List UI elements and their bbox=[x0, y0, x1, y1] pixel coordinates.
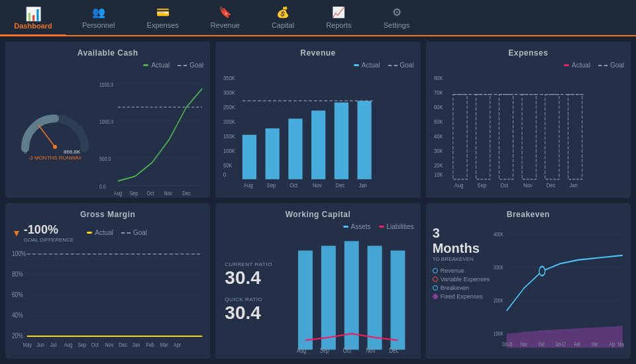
svg-text:80K: 80K bbox=[434, 74, 443, 81]
svg-text:Feb: Feb bbox=[574, 341, 580, 346]
svg-point-102 bbox=[539, 266, 545, 275]
svg-text:400K: 400K bbox=[494, 230, 504, 238]
gross-margin-title: Gross Margin bbox=[12, 210, 203, 219]
svg-rect-30 bbox=[335, 103, 348, 179]
wc-legend: Assets Liabilities bbox=[343, 223, 414, 230]
svg-text:Dec: Dec bbox=[183, 189, 191, 197]
gm-chart-svg: 100% 80% 60% 40% 20% May Jun Jul Aug Sep… bbox=[12, 246, 203, 348]
svg-rect-84 bbox=[321, 246, 336, 349]
available-cash-legend: Actual Goal bbox=[143, 62, 203, 69]
settings-icon: ⚙ bbox=[392, 6, 401, 19]
svg-text:Sep: Sep bbox=[267, 181, 276, 189]
breakeven-title: Breakeven bbox=[433, 210, 624, 219]
svg-text:20%: 20% bbox=[12, 332, 23, 339]
svg-text:20K: 20K bbox=[434, 161, 443, 169]
svg-rect-26 bbox=[242, 135, 256, 179]
svg-text:100K: 100K bbox=[223, 147, 235, 154]
legend-actual-ac: Actual bbox=[143, 62, 170, 69]
wc-inner: CURRENT RATIO 30.4 QUICK RATIO 30.4 bbox=[222, 232, 413, 355]
svg-rect-49 bbox=[499, 95, 513, 179]
breakeven-inner: 3 Months TO BREAKEVEN Revenue Variable E… bbox=[433, 223, 624, 353]
personnel-icon: 👥 bbox=[92, 6, 105, 19]
svg-text:Aug: Aug bbox=[297, 345, 306, 354]
nav-label-settings: Settings bbox=[384, 21, 410, 29]
reports-icon: 📈 bbox=[332, 6, 345, 19]
nav-item-personnel[interactable]: 👥 Personnel bbox=[66, 0, 131, 35]
svg-text:70K: 70K bbox=[434, 89, 443, 96]
legend-assets: Assets bbox=[343, 223, 371, 230]
svg-text:Oct-16: Oct-16 bbox=[502, 341, 513, 346]
revenue-legend: Actual Goal bbox=[354, 62, 414, 69]
revenue-title: Revenue bbox=[222, 48, 413, 58]
svg-text:Mar: Mar bbox=[160, 341, 168, 347]
svg-text:866.8K: 866.8K bbox=[64, 149, 81, 155]
quick-ratio-block: QUICK RATIO 30.4 bbox=[225, 296, 295, 324]
svg-text:Aug: Aug bbox=[114, 189, 123, 197]
legend-goal-ac: Goal bbox=[178, 62, 203, 69]
svg-text:1000.0: 1000.0 bbox=[99, 118, 113, 126]
available-cash-inner: 0 866.8K -3 MONTHS RUNWAY 1500.0 1000.0 … bbox=[12, 70, 203, 198]
svg-text:Aug: Aug bbox=[244, 181, 253, 189]
svg-text:Nov: Nov bbox=[164, 189, 173, 197]
svg-text:Jul: Jul bbox=[50, 341, 56, 347]
svg-text:500.0: 500.0 bbox=[99, 155, 111, 163]
wc-left: CURRENT RATIO 30.4 QUICK RATIO 30.4 bbox=[222, 232, 295, 355]
svg-text:50K: 50K bbox=[223, 161, 233, 169]
legend-goal-gm: Goal bbox=[121, 229, 147, 236]
svg-text:80%: 80% bbox=[12, 270, 23, 277]
nav-item-revenue[interactable]: 🔖 Revenue bbox=[195, 0, 256, 35]
svg-text:60K: 60K bbox=[434, 103, 443, 111]
nav-item-settings[interactable]: ⚙ Settings bbox=[368, 0, 426, 35]
nav-label-expenses: Expenses bbox=[147, 21, 179, 29]
nav-item-expenses[interactable]: 💳 Expenses bbox=[131, 0, 195, 35]
nav-brand[interactable]: 📊 Dashboard bbox=[0, 1, 66, 36]
svg-text:Dec: Dec bbox=[119, 341, 127, 347]
svg-text:30K: 30K bbox=[434, 147, 443, 154]
available-cash-title: Available Cash bbox=[12, 48, 203, 58]
svg-text:100K: 100K bbox=[494, 330, 504, 338]
svg-text:40K: 40K bbox=[434, 132, 443, 140]
current-ratio-label: CURRENT RATIO bbox=[225, 261, 295, 267]
expenses-title: Expenses bbox=[433, 48, 624, 58]
svg-rect-48 bbox=[476, 95, 490, 179]
legend-actual-rev: Actual bbox=[354, 62, 380, 69]
svg-rect-29 bbox=[311, 111, 325, 179]
svg-rect-87 bbox=[391, 250, 405, 349]
bk-legend-breakeven: Breakeven bbox=[433, 285, 490, 291]
svg-line-0 bbox=[38, 125, 55, 147]
svg-text:300K: 300K bbox=[494, 263, 504, 271]
svg-text:Aug: Aug bbox=[454, 181, 463, 189]
gm-percentage: -100% bbox=[24, 223, 74, 237]
revenue-chart-svg: 350K 300K 250K 200K 150K 100K 50K 0 Aug … bbox=[222, 70, 413, 191]
svg-text:0: 0 bbox=[24, 149, 27, 155]
top-nav: 📊 Dashboard 👥 Personnel 💳 Expenses 🔖 Rev… bbox=[0, 0, 636, 36]
bk-legend-revenue: Revenue bbox=[433, 267, 490, 274]
bk-chart-svg: 400K 300K 200K 100K Oct-16 bbox=[494, 223, 624, 353]
svg-text:1500.0: 1500.0 bbox=[99, 81, 113, 89]
svg-text:Nov: Nov bbox=[105, 341, 115, 347]
svg-text:Dec: Dec bbox=[390, 345, 399, 354]
svg-text:Sep: Sep bbox=[78, 341, 86, 347]
nav-label-capital: Capital bbox=[272, 21, 294, 29]
svg-text:Feb: Feb bbox=[146, 341, 155, 347]
gross-margin-card: Gross Margin ▼ -100% GOAL DIFFERENCE Act… bbox=[5, 203, 210, 359]
nav-label-revenue: Revenue bbox=[211, 21, 240, 29]
wc-chart: Aug Sep Oct Nov Dec bbox=[295, 232, 413, 355]
expenses-icon: 💳 bbox=[156, 6, 170, 19]
available-cash-line-chart: 1500.0 1000.0 500.0 0.0 Aug Sep bbox=[98, 70, 203, 198]
legend-actual-exp: Actual bbox=[564, 62, 590, 69]
breakeven-chart: 400K 300K 200K 100K Oct-16 bbox=[494, 223, 624, 353]
svg-text:Oct: Oct bbox=[290, 181, 298, 189]
breakeven-info: 3 Months TO BREAKEVEN Revenue Variable E… bbox=[433, 223, 490, 353]
nav-item-capital[interactable]: 💰 Capital bbox=[256, 0, 310, 35]
nav-item-reports[interactable]: 📈 Reports bbox=[310, 0, 368, 35]
nav-label-personnel: Personnel bbox=[82, 21, 115, 29]
svg-text:May: May bbox=[23, 341, 32, 347]
gauge-section: 0 866.8K -3 MONTHS RUNWAY bbox=[12, 70, 98, 198]
revenue-card: Revenue Actual Goal 350K 300K 250K 200K … bbox=[215, 42, 420, 198]
svg-text:Jan: Jan bbox=[132, 341, 140, 347]
svg-text:Oct: Oct bbox=[500, 181, 508, 189]
svg-rect-86 bbox=[368, 246, 382, 349]
svg-point-1 bbox=[53, 145, 57, 149]
quick-ratio-label: QUICK RATIO bbox=[225, 296, 295, 302]
